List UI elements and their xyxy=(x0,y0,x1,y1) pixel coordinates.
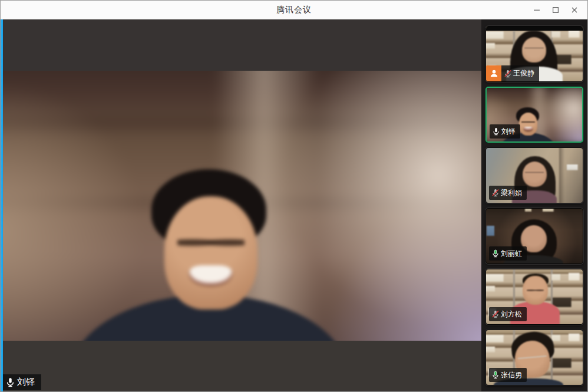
active-speaker-name: 刘铎 xyxy=(17,377,35,388)
titlebar[interactable]: 腾讯会议 xyxy=(1,1,587,19)
person-icon xyxy=(489,68,499,78)
participant-name-label: 梁利娟 xyxy=(489,186,527,200)
participant-label-row: 刘方松 xyxy=(489,307,527,321)
mic-status-icon xyxy=(491,189,500,197)
mic-status-icon xyxy=(491,249,500,258)
figure-face xyxy=(523,162,547,187)
speaker-face xyxy=(164,196,257,309)
window-title: 腾讯会议 xyxy=(1,5,587,15)
participant-name-label: 王俊静 xyxy=(501,65,539,81)
stage-top-letterbox xyxy=(3,19,481,71)
active-speaker-video[interactable] xyxy=(3,71,481,341)
close-icon xyxy=(571,6,578,14)
participant-tile[interactable]: 刘方松 xyxy=(485,269,583,325)
window-controls xyxy=(527,1,584,19)
profile-avatar-badge xyxy=(486,65,501,81)
close-button[interactable] xyxy=(565,1,584,19)
main-stage: 刘铎 xyxy=(3,19,481,391)
participant-name: 刘方松 xyxy=(501,309,522,319)
mic-muted-icon xyxy=(504,70,512,78)
mic-status-icon xyxy=(504,70,512,78)
participant-name-label: 张信勇 xyxy=(489,368,527,382)
figure-face xyxy=(522,37,546,63)
figure-face xyxy=(523,276,548,305)
mic-status-icon xyxy=(5,377,15,387)
maximize-button[interactable] xyxy=(546,1,565,19)
participant-name: 张信勇 xyxy=(501,370,522,380)
participant-tile[interactable]: 王俊静 xyxy=(485,26,583,82)
mic-on-icon xyxy=(5,377,15,387)
participant-name: 刘丽虹 xyxy=(501,249,522,259)
tencent-meeting-window: 腾讯会议 xyxy=(0,0,588,392)
participant-name: 刘铎 xyxy=(501,127,516,137)
participant-tile[interactable]: 刘丽虹 xyxy=(485,208,583,264)
mic-status-icon xyxy=(491,310,500,318)
participant-name-label: 刘铎 xyxy=(490,124,520,139)
participant-label-row: 梁利娟 xyxy=(489,186,527,200)
participant-label-row: 刘铎 xyxy=(490,124,520,139)
minimize-icon xyxy=(533,6,540,14)
figure-face xyxy=(519,113,538,135)
participant-tile[interactable]: 张信勇 xyxy=(485,330,583,386)
mic-status-icon xyxy=(491,371,500,379)
participants-sidebar[interactable]: 王俊静 xyxy=(481,19,587,391)
meeting-content: 刘铎 xyxy=(1,19,587,391)
participant-label-row: 张信勇 xyxy=(489,368,527,382)
mic-muted-icon xyxy=(491,189,500,197)
participant-name: 王俊静 xyxy=(513,68,534,78)
speaker-figure xyxy=(3,71,481,341)
maximize-icon xyxy=(552,6,559,14)
minimize-button[interactable] xyxy=(527,1,546,19)
participant-name-label: 刘方松 xyxy=(489,307,527,321)
participant-label-row: 刘丽虹 xyxy=(489,246,527,261)
mic-speaking-icon xyxy=(491,249,500,258)
participant-label-row: 王俊静 xyxy=(486,65,539,81)
video-scene xyxy=(3,71,481,341)
mic-on-icon xyxy=(492,127,500,136)
active-speaker-name-tag: 刘铎 xyxy=(3,374,41,390)
participant-tile[interactable]: 梁利娟 xyxy=(485,147,583,203)
mic-speaking-icon xyxy=(491,371,500,379)
stage-bottom-letterbox xyxy=(3,341,481,391)
participant-name-label: 刘丽虹 xyxy=(489,246,527,261)
mic-status-icon xyxy=(492,127,500,136)
participant-name: 梁利娟 xyxy=(501,188,522,198)
mic-muted-icon xyxy=(491,310,500,318)
video-letterbox xyxy=(486,27,583,31)
participant-tile[interactable]: 刘铎 xyxy=(485,87,583,143)
